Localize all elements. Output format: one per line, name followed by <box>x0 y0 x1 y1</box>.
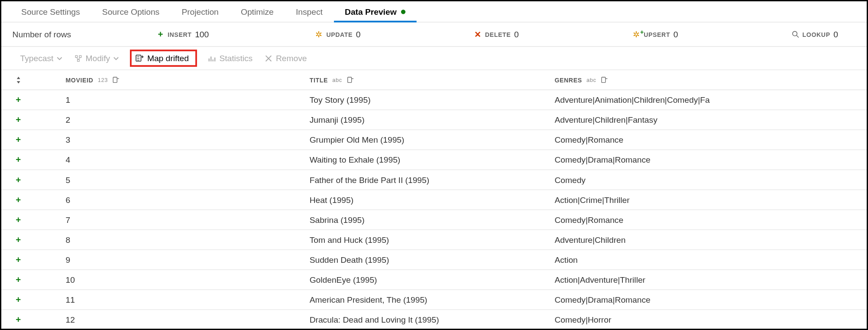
tab-label: Data Preview <box>345 7 397 16</box>
row-insert-marker: + <box>16 155 65 165</box>
sort-column[interactable] <box>16 76 65 83</box>
cell-genres: Comedy|Romance <box>554 135 868 144</box>
cell-title: Dracula: Dead and Loving It (1995) <box>310 315 555 324</box>
table-row[interactable]: +2Jumanji (1995)Adventure|Children|Fanta… <box>1 110 868 130</box>
cell-genres: Action|Adventure|Thriller <box>554 275 868 284</box>
table-row[interactable]: +6Heat (1995)Action|Crime|Thriller <box>1 190 868 210</box>
tab-label: Source Settings <box>21 7 80 16</box>
plus-icon: + <box>16 255 21 265</box>
cell-genres: Adventure|Children|Fantasy <box>554 115 868 124</box>
table-row[interactable]: +9Sudden Death (1995)Action <box>1 250 868 270</box>
row-insert-marker: + <box>16 255 65 265</box>
rows-label: Number of rows <box>13 29 157 39</box>
table-row[interactable]: +5Father of the Bride Part II (1995)Come… <box>1 170 868 190</box>
tab-source-options[interactable]: Source Options <box>91 1 171 22</box>
table-row[interactable]: +11American President, The (1995)Comedy|… <box>1 290 868 310</box>
cell-genres: Adventure|Children <box>554 235 868 245</box>
column-movieid[interactable]: MOVIEID 123 <box>65 76 309 84</box>
cell-movieid: 9 <box>65 255 309 265</box>
svg-rect-4 <box>78 59 79 61</box>
plus-icon: + <box>16 175 21 185</box>
modify-button[interactable]: Modify <box>74 53 119 63</box>
row-insert-marker: + <box>16 95 65 105</box>
cell-movieid: 12 <box>65 315 309 324</box>
row-insert-marker: + <box>16 115 65 125</box>
row-insert-marker: + <box>16 135 65 145</box>
status-dot-icon <box>401 10 405 14</box>
plus-icon: + <box>16 215 21 225</box>
cell-movieid: 8 <box>65 235 309 245</box>
column-menu-icon[interactable] <box>112 76 120 84</box>
tab-inspect[interactable]: Inspect <box>285 1 334 22</box>
cell-genres: Comedy|Horror <box>554 315 868 324</box>
stat-update: ✲ UPDATE 0 <box>315 29 474 39</box>
stat-value: 100 <box>195 29 209 39</box>
table-row[interactable]: +4Waiting to Exhale (1995)Comedy|Drama|R… <box>1 150 868 170</box>
cell-movieid: 11 <box>65 295 309 304</box>
tabs-bar: Source Settings Source Options Projectio… <box>1 1 868 23</box>
plus-icon: + <box>16 195 21 205</box>
table-row[interactable]: +12Dracula: Dead and Loving It (1995)Com… <box>1 310 868 330</box>
plus-icon: + <box>16 95 21 105</box>
table-row[interactable]: +10GoldenEye (1995)Action|Adventure|Thri… <box>1 270 868 290</box>
stat-insert: + INSERT 100 <box>156 29 315 39</box>
remove-button[interactable]: Remove <box>265 53 307 63</box>
tab-projection[interactable]: Projection <box>171 1 230 22</box>
svg-rect-19 <box>602 77 606 82</box>
stat-lookup: LOOKUP 0 <box>791 29 868 39</box>
tab-label: Source Options <box>102 7 159 16</box>
row-insert-marker: + <box>16 294 65 304</box>
cell-movieid: 4 <box>65 155 309 165</box>
tab-label: Optimize <box>241 7 274 16</box>
row-insert-marker: + <box>16 235 65 245</box>
cell-genres: Comedy|Drama|Romance <box>554 295 868 304</box>
stat-value: 0 <box>514 29 519 39</box>
cell-genres: Action|Crime|Thriller <box>554 195 868 205</box>
plus-icon: + <box>16 235 21 245</box>
cell-movieid: 3 <box>65 135 309 144</box>
stat-value: 0 <box>356 29 361 39</box>
column-title[interactable]: TITLE abc <box>310 76 555 84</box>
chevron-down-icon <box>57 56 62 61</box>
plus-icon: + <box>16 135 21 145</box>
tab-optimize[interactable]: Optimize <box>230 1 285 22</box>
tool-label: Remove <box>276 53 307 63</box>
cell-title: Waiting to Exhale (1995) <box>310 155 555 165</box>
table-row[interactable]: +7Sabrina (1995)Comedy|Romance <box>1 210 868 230</box>
column-menu-icon[interactable] <box>347 76 354 84</box>
stat-upsert: ✲+ UPSERT 0 <box>633 29 791 39</box>
typecast-button[interactable]: Typecast <box>20 53 62 63</box>
stat-key: UPSERT <box>644 31 670 37</box>
cell-title: Jumanji (1995) <box>310 115 555 124</box>
statistics-button[interactable]: Statistics <box>208 53 253 63</box>
map-drifted-button[interactable]: Map drifted <box>130 49 197 67</box>
map-drifted-icon <box>136 54 144 62</box>
modify-icon <box>74 54 82 62</box>
plus-icon: + <box>16 155 21 165</box>
tool-label: Typecast <box>20 53 54 63</box>
column-menu-icon[interactable] <box>601 76 609 84</box>
tab-source-settings[interactable]: Source Settings <box>10 1 91 22</box>
cell-genres: Action <box>554 255 868 265</box>
svg-rect-2 <box>75 55 77 57</box>
stat-key: DELETE <box>485 31 511 37</box>
grid-body: +1Toy Story (1995)Adventure|Animation|Ch… <box>1 90 868 330</box>
table-row[interactable]: +1Toy Story (1995)Adventure|Animation|Ch… <box>1 90 868 110</box>
cell-genres: Comedy|Romance <box>554 215 868 225</box>
stat-key: UPDATE <box>326 31 353 37</box>
stat-key: INSERT <box>168 31 191 37</box>
cell-movieid: 1 <box>65 95 309 105</box>
svg-line-1 <box>797 36 799 38</box>
cell-movieid: 5 <box>65 175 309 185</box>
cell-title: Grumpier Old Men (1995) <box>310 135 555 144</box>
tab-data-preview[interactable]: Data Preview <box>334 1 416 22</box>
svg-rect-3 <box>79 55 81 57</box>
plus-icon: + <box>156 30 164 38</box>
row-insert-marker: + <box>16 175 65 185</box>
chevron-down-icon <box>113 56 119 61</box>
tab-label: Inspect <box>296 7 323 16</box>
column-genres[interactable]: GENRES abc <box>554 76 868 84</box>
table-row[interactable]: +8Tom and Huck (1995)Adventure|Children <box>1 230 868 250</box>
tool-label: Map drifted <box>147 53 189 63</box>
table-row[interactable]: +3Grumpier Old Men (1995)Comedy|Romance <box>1 130 868 150</box>
